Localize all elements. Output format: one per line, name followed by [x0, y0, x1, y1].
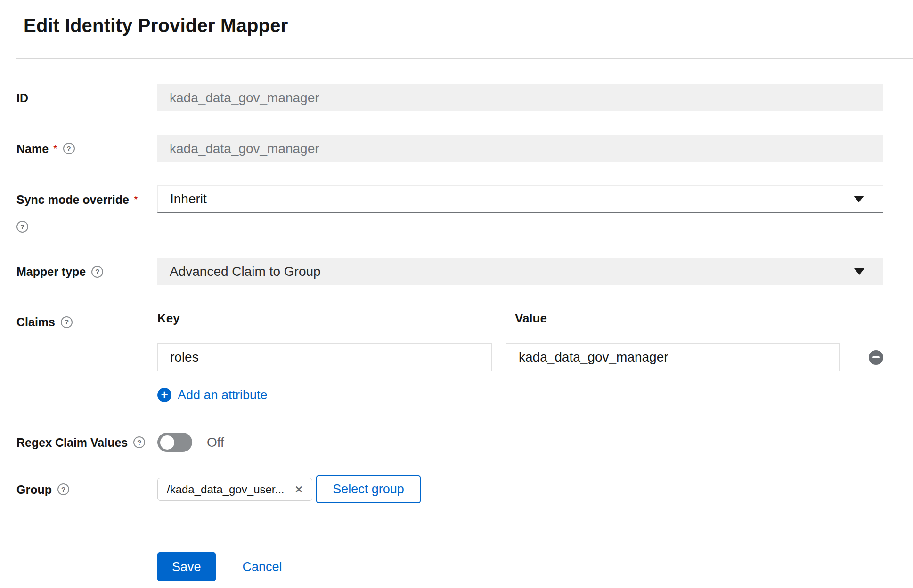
mapper-type-help-icon[interactable]: ? [91, 266, 103, 278]
sync-mode-selected-value: Inherit [170, 192, 207, 207]
sync-mode-select[interactable]: Inherit [157, 185, 883, 213]
name-label: Name [16, 142, 49, 156]
form-row-group: Group ? /kada_data_gov_user... ✕ Select … [16, 475, 883, 503]
form-row-sync-mode: Sync mode override * ? Inherit [16, 185, 883, 233]
id-input [157, 84, 883, 111]
chip-close-icon[interactable]: ✕ [295, 484, 303, 494]
name-help-icon[interactable]: ? [63, 143, 75, 154]
regex-claim-values-label: Regex Claim Values [16, 435, 128, 450]
sync-mode-label-group: Sync mode override * ? [16, 185, 157, 233]
group-help-icon[interactable]: ? [57, 483, 69, 495]
caret-down-icon [854, 196, 864, 202]
sync-mode-label: Sync mode override [16, 193, 129, 207]
plus-circle-icon: + [157, 388, 171, 402]
id-label-group: ID [16, 91, 157, 105]
form-row-claims: Claims ? Key Value + Add an attribut [16, 311, 883, 402]
group-label-group: Group ? [16, 483, 157, 497]
select-group-button[interactable]: Select group [316, 475, 421, 503]
form-row-mapper-type: Mapper type ? Advanced Claim to Group [16, 258, 883, 285]
add-attribute-button[interactable]: + Add an attribute [157, 388, 268, 402]
toggle-state-label: Off [207, 435, 224, 450]
remove-claim-button[interactable] [869, 350, 883, 365]
claims-value-input[interactable] [506, 343, 840, 371]
regex-claim-values-toggle[interactable] [157, 433, 192, 452]
group-label: Group [16, 483, 52, 497]
toggle-knob [160, 435, 174, 450]
cancel-link[interactable]: Cancel [243, 560, 282, 574]
claims-key-input[interactable] [157, 343, 492, 371]
add-attribute-label: Add an attribute [178, 388, 268, 402]
regex-help-icon[interactable]: ? [133, 436, 145, 448]
name-input [157, 135, 883, 162]
sync-mode-required-asterisk: * [134, 193, 138, 207]
id-label: ID [16, 91, 28, 105]
form-actions: Save Cancel [157, 552, 883, 581]
claims-help-icon[interactable]: ? [61, 316, 73, 328]
mapper-type-label: Mapper type [16, 265, 86, 279]
form-row-name: Name * ? [16, 135, 883, 162]
form-row-regex-claim-values: Regex Claim Values ? Off [16, 433, 883, 452]
claims-header-row: Key Value [157, 311, 883, 325]
claims-label-group: Claims ? [16, 311, 157, 329]
form-row-id: ID [16, 84, 883, 111]
mapper-form: ID Name * ? Sync mode override * [16, 84, 883, 581]
regex-label-group: Regex Claim Values ? [16, 435, 157, 450]
claims-key-header: Key [157, 311, 494, 325]
edit-identity-provider-mapper-page: Edit Identity Provider Mapper ID Name * … [0, 0, 913, 581]
claims-label: Claims [16, 315, 55, 329]
caret-down-icon [854, 268, 864, 275]
sync-mode-help-icon[interactable]: ? [16, 221, 28, 233]
claims-row [157, 343, 883, 371]
mapper-type-label-group: Mapper type ? [16, 265, 157, 279]
section-divider [16, 58, 913, 59]
name-required-asterisk: * [53, 142, 57, 156]
name-label-group: Name * ? [16, 141, 157, 156]
page-title: Edit Identity Provider Mapper [24, 13, 883, 38]
mapper-type-selected-value: Advanced Claim to Group [170, 264, 321, 279]
group-chip-label: /kada_data_gov_user... [167, 483, 285, 496]
mapper-type-select: Advanced Claim to Group [157, 258, 883, 285]
save-button[interactable]: Save [157, 552, 216, 581]
group-chip: /kada_data_gov_user... ✕ [157, 478, 312, 501]
claims-value-header: Value [508, 311, 843, 325]
